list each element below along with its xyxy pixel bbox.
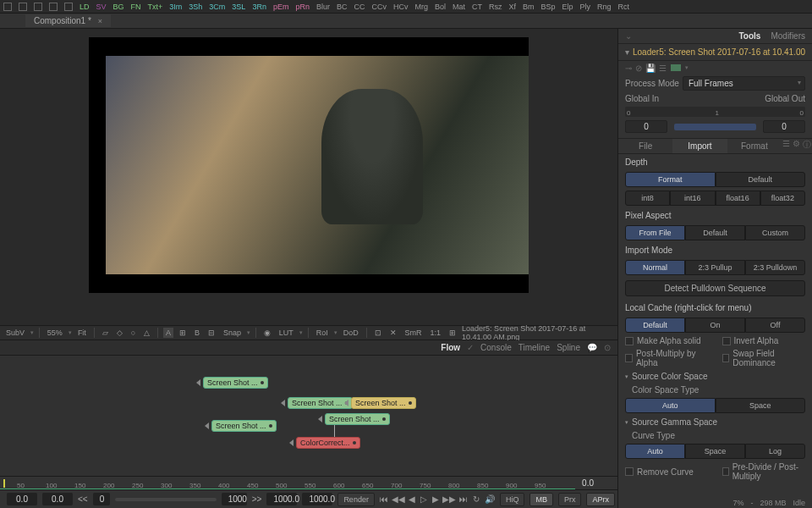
global-out-field[interactable]: 0 bbox=[763, 120, 805, 133]
collapse-icon[interactable]: ⌄ bbox=[625, 31, 632, 41]
zoom-value[interactable]: 55% bbox=[45, 328, 65, 338]
cs-auto[interactable]: Auto bbox=[625, 398, 716, 413]
color-icon[interactable]: ◉ bbox=[261, 328, 273, 338]
info-icon[interactable]: ⓘ bbox=[802, 139, 812, 153]
depth-format[interactable]: Format bbox=[625, 172, 716, 187]
remove-curve-check[interactable]: Remove Curve bbox=[618, 461, 716, 483]
render-button[interactable]: Render bbox=[337, 493, 375, 506]
flow-node[interactable]: Screen Shot ... bbox=[351, 397, 416, 409]
panel-icon[interactable] bbox=[34, 3, 42, 11]
flow-node[interactable]: Screen Shot ... bbox=[288, 397, 353, 409]
g-space[interactable]: Space bbox=[685, 444, 745, 459]
skip-end-icon[interactable]: ⏭ bbox=[459, 494, 468, 505]
tool-mat[interactable]: Mat bbox=[453, 3, 465, 11]
shape-icon[interactable]: ◇ bbox=[114, 328, 125, 338]
play-back-icon[interactable]: ▷ bbox=[420, 494, 427, 505]
global-range[interactable]: 0 1 0 bbox=[625, 107, 805, 117]
tab-tools[interactable]: Tools bbox=[738, 31, 760, 41]
im-normal[interactable]: Normal bbox=[625, 260, 685, 275]
node-port[interactable] bbox=[382, 417, 386, 421]
tool-xf[interactable]: Xf bbox=[508, 3, 516, 11]
pin-icon[interactable]: ⊸ bbox=[625, 64, 632, 73]
tool-3rn[interactable]: 3Rn bbox=[252, 3, 266, 11]
prx-button[interactable]: Prx bbox=[558, 493, 582, 506]
range-bar[interactable] bbox=[674, 124, 756, 130]
pa-default[interactable]: Default bbox=[685, 225, 745, 240]
post-multiply-check[interactable]: Post-Multiply by Alpha bbox=[618, 347, 716, 369]
dod-button[interactable]: DoD bbox=[341, 328, 361, 338]
play-icon[interactable]: ▶ bbox=[432, 494, 439, 505]
ratio-button[interactable]: 1:1 bbox=[428, 328, 444, 338]
composition-tab[interactable]: Composition1 * × bbox=[25, 14, 111, 27]
node-graph[interactable]: Screen Shot ...Screen Shot ...Screen Sho… bbox=[0, 356, 617, 476]
prev-icon[interactable]: ◀◀ bbox=[393, 494, 403, 505]
tool-bm[interactable]: Bm bbox=[523, 3, 535, 11]
step-back-icon[interactable]: ◀ bbox=[409, 494, 415, 505]
tab-modifiers[interactable]: Modifiers bbox=[771, 31, 805, 41]
tool-icon[interactable]: ⊞ bbox=[447, 328, 458, 338]
tool-rct[interactable]: Rct bbox=[618, 3, 630, 11]
field[interactable]: 1000.0 bbox=[302, 493, 332, 505]
close-icon[interactable]: × bbox=[98, 17, 102, 25]
playhead-icon[interactable] bbox=[3, 479, 5, 488]
viewer[interactable] bbox=[0, 29, 617, 325]
lc-on[interactable]: On bbox=[685, 318, 745, 333]
depth-float32[interactable]: float32 bbox=[760, 190, 805, 206]
shape-icon[interactable]: △ bbox=[141, 328, 152, 338]
im-pullup[interactable]: 2:3 Pullup bbox=[685, 260, 745, 275]
tool-3im[interactable]: 3Im bbox=[169, 3, 182, 11]
tool-ct[interactable]: CT bbox=[472, 3, 482, 11]
tool-3cm[interactable]: 3Cm bbox=[209, 3, 225, 11]
subtab-import[interactable]: Import bbox=[672, 139, 727, 153]
source-color-space[interactable]: ▾Source Color Space bbox=[618, 369, 812, 384]
depth-float16[interactable]: float16 bbox=[716, 190, 760, 206]
invert-alpha-check[interactable]: Invert Alpha bbox=[716, 334, 813, 347]
tool-rng[interactable]: Rng bbox=[597, 3, 612, 11]
depth-int8[interactable]: int8 bbox=[625, 190, 670, 206]
out-field[interactable]: 1000.0 bbox=[266, 493, 297, 505]
in-field[interactable]: 0.0 bbox=[7, 493, 37, 505]
subv-button[interactable]: SubV bbox=[3, 328, 27, 338]
tool-fn[interactable]: FN bbox=[131, 3, 141, 11]
tool-pem[interactable]: pEm bbox=[273, 3, 289, 11]
tool-mrg[interactable]: Mrg bbox=[414, 3, 428, 11]
color-chip[interactable] bbox=[670, 64, 682, 72]
step-fwd-icon[interactable]: ▶▶ bbox=[444, 494, 454, 505]
polyline-icon[interactable]: ▱ bbox=[100, 328, 111, 338]
rewind-button[interactable]: << bbox=[78, 494, 88, 504]
depth-default[interactable]: Default bbox=[716, 172, 806, 187]
tool-icon[interactable]: B bbox=[192, 328, 202, 338]
tool-ccv[interactable]: CCv bbox=[371, 3, 387, 11]
tool-blur[interactable]: Blur bbox=[316, 3, 330, 11]
panel-icon[interactable] bbox=[64, 3, 73, 11]
aprx-button[interactable]: APrx bbox=[586, 493, 615, 506]
tool-icon[interactable]: ⊞ bbox=[177, 328, 189, 338]
tool-ld[interactable]: LD bbox=[80, 3, 90, 11]
subtab-format[interactable]: Format bbox=[727, 139, 782, 153]
g-auto[interactable]: Auto bbox=[625, 444, 685, 459]
flow-node[interactable]: Screen Shot ... bbox=[203, 377, 268, 389]
source-gamma-space[interactable]: ▾Source Gamma Space bbox=[618, 415, 812, 429]
menu-icon[interactable]: ☰ bbox=[659, 64, 667, 73]
flow-node[interactable]: ColorCorrect... bbox=[296, 437, 360, 449]
tool-icon[interactable]: ☰ bbox=[782, 139, 792, 153]
lc-default[interactable]: Default bbox=[625, 318, 685, 333]
global-in-field[interactable]: 0 bbox=[625, 120, 667, 133]
predivide-check[interactable]: Pre-Divide / Post-Multiply bbox=[716, 461, 813, 483]
tool-prn[interactable]: pRn bbox=[295, 3, 310, 11]
tab-flow[interactable]: Flow bbox=[441, 343, 460, 352]
cs-space[interactable]: Space bbox=[716, 398, 806, 413]
panel-icon[interactable] bbox=[49, 3, 58, 11]
smr-button[interactable]: SmR bbox=[403, 328, 425, 338]
tool-sv[interactable]: SV bbox=[96, 3, 107, 11]
hiq-button[interactable]: HiQ bbox=[500, 493, 525, 506]
tool-3sh[interactable]: 3Sh bbox=[189, 3, 202, 11]
flow-node[interactable]: Screen Shot ... bbox=[211, 420, 277, 432]
tool-icon[interactable]: ⊡ bbox=[372, 328, 384, 338]
tool-bsp[interactable]: BSp bbox=[541, 3, 556, 11]
panel-icon[interactable] bbox=[19, 3, 27, 11]
skip-start-icon[interactable]: ⏮ bbox=[380, 494, 388, 505]
audio-icon[interactable]: 🔊 bbox=[485, 494, 495, 505]
gear-icon[interactable]: ⚙ bbox=[792, 139, 802, 153]
detect-pulldown-button[interactable]: Detect Pulldown Sequence bbox=[625, 280, 805, 296]
